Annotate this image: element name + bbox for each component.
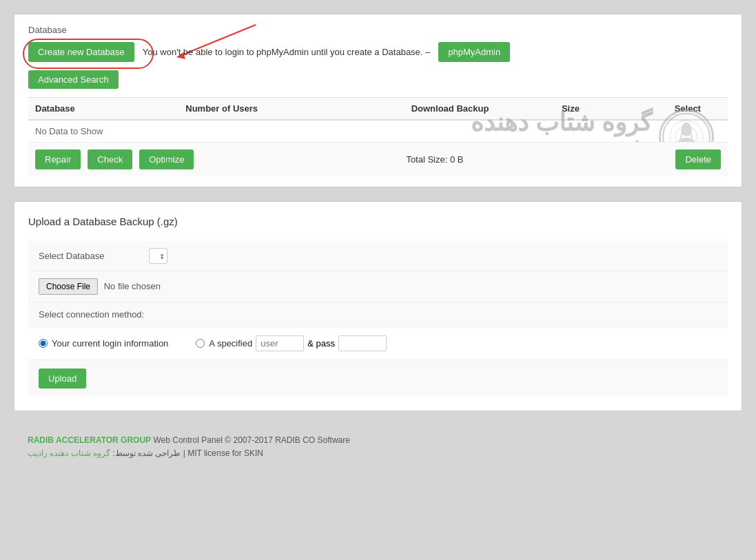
- footer-brand: RADIB ACCELERATOR GROUP: [28, 435, 151, 445]
- radio-options-row: Your current login information A specifi…: [28, 327, 728, 360]
- db-section-title: Database: [28, 25, 728, 35]
- notice-text: You won't be able to login to phpMyAdmin…: [143, 47, 431, 57]
- footer-line2: طراحی شده توسط: گروه شتاب دهنده رادیب | …: [28, 448, 728, 458]
- radio-specified-input[interactable]: [196, 339, 205, 348]
- select-db-label: Select Database: [39, 251, 149, 261]
- pass-input[interactable]: [338, 335, 387, 351]
- upload-button[interactable]: Upload: [39, 369, 86, 388]
- user-input[interactable]: [256, 335, 304, 351]
- radio-current-login-input[interactable]: [39, 339, 48, 348]
- optimize-button[interactable]: Optimize: [139, 149, 194, 169]
- col-header-users: Number of Users: [178, 98, 404, 121]
- create-database-button[interactable]: Create new Database: [28, 42, 134, 62]
- repair-button[interactable]: Repair: [35, 149, 81, 169]
- upload-btn-row: Upload: [28, 360, 728, 397]
- no-data-cell: No Data to Show: [28, 120, 728, 142]
- advanced-search-button[interactable]: Advanced Search: [28, 70, 119, 89]
- file-chosen-label: No file chosen: [104, 281, 161, 291]
- file-input-row: Choose File No file chosen: [28, 271, 728, 302]
- delete-button[interactable]: Delete: [675, 149, 721, 169]
- specified-group: A specified & pass: [196, 335, 387, 351]
- footer-designer-link[interactable]: گروه شتاب دهنده رادیب: [28, 448, 110, 458]
- footer-line1: RADIB ACCELERATOR GROUP Web Control Pane…: [28, 435, 728, 445]
- footer-text2: | MIT license for SKIN: [183, 448, 263, 458]
- footer: RADIB ACCELERATOR GROUP Web Control Pane…: [14, 425, 742, 465]
- table-footer: Repair Check Optimize Total Size: 0 B De…: [28, 142, 728, 176]
- footer-designed-by: طراحی شده توسط:: [112, 448, 181, 458]
- col-header-size: Size: [555, 98, 668, 121]
- col-header-select: Select: [668, 98, 728, 121]
- radio-current-login-label: Your current login information: [52, 338, 168, 349]
- phpmyadmin-button[interactable]: phpMyAdmin: [438, 42, 510, 62]
- col-header-backup: Download Backup: [405, 98, 555, 121]
- database-table: Database Number of Users Download Backup…: [28, 97, 728, 142]
- upload-title: Upload a Database Backup (.gz): [28, 216, 728, 227]
- total-size: Total Size: 0 B: [201, 154, 668, 165]
- check-button[interactable]: Check: [88, 149, 132, 169]
- select-db-dropdown[interactable]: [149, 248, 167, 264]
- choose-file-button[interactable]: Choose File: [39, 278, 98, 295]
- connection-method-label: Select connection method:: [39, 309, 144, 320]
- no-data-row: No Data to Show: [28, 120, 728, 142]
- connection-method-row: Select connection method:: [28, 302, 728, 327]
- select-db-wrapper[interactable]: [149, 248, 167, 264]
- col-header-database: Database: [28, 98, 178, 121]
- select-db-row: Select Database: [28, 241, 728, 271]
- footer-text1: Web Control Panel © 2007-2017 RADIB CO S…: [153, 435, 349, 445]
- radio-specified-label: A specified: [209, 338, 252, 349]
- radio-current-login[interactable]: Your current login information: [39, 338, 168, 349]
- pass-label: & pass: [307, 338, 335, 349]
- upload-card: Upload a Database Backup (.gz) Select Da…: [14, 201, 742, 411]
- radio-specified[interactable]: A specified: [196, 338, 252, 349]
